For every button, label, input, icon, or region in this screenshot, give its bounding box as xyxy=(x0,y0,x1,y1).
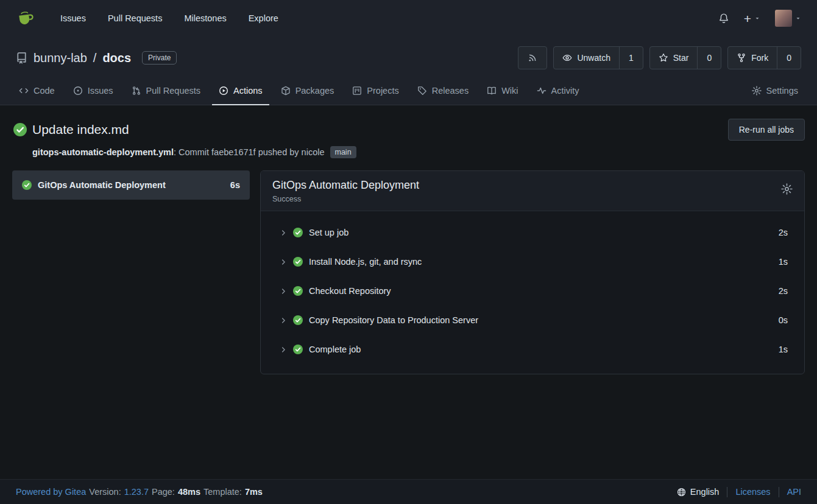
job-item[interactable]: GitOps Automatic Deployment 6s xyxy=(12,170,250,200)
rss-icon xyxy=(528,53,537,63)
caret-down-icon xyxy=(754,15,760,21)
job-name: GitOps Automatic Deployment xyxy=(38,180,166,190)
step-row[interactable]: Complete job 1s xyxy=(261,335,804,364)
step-list: Set up job 2s Install Node.js, git, and … xyxy=(261,211,804,374)
repo-owner-link[interactable]: bunny-lab xyxy=(34,51,87,65)
tab-wiki[interactable]: Wiki xyxy=(480,78,525,105)
chevron-right-icon xyxy=(280,346,288,354)
gitea-logo-icon xyxy=(16,9,35,28)
watchers-count[interactable]: 1 xyxy=(619,47,643,69)
tab-label: Actions xyxy=(233,86,263,96)
version-label: Version: xyxy=(89,487,121,497)
footer-left: Powered by Gitea Version: 1.23.7 Page: 4… xyxy=(16,487,263,497)
fork-icon xyxy=(737,53,746,63)
activity-icon xyxy=(537,86,546,96)
tab-label: Wiki xyxy=(501,86,518,96)
book-icon xyxy=(487,86,497,96)
avatar xyxy=(775,10,792,27)
gitea-logo[interactable] xyxy=(16,9,35,28)
job-duration: 6s xyxy=(230,180,240,190)
star-label: Star xyxy=(673,53,689,63)
job-panel-heading: GitOps Automatic Deployment Success xyxy=(272,179,419,203)
star-button-group: Star 0 xyxy=(649,46,721,69)
template-label: Template: xyxy=(203,487,242,497)
language-button[interactable]: English xyxy=(677,487,720,497)
step-duration: 2s xyxy=(779,286,788,296)
step-row[interactable]: Install Node.js, git, and rsync 1s xyxy=(261,247,804,276)
nav-explore[interactable]: Explore xyxy=(238,13,289,23)
run-subtitle: gitops-automatic-deployment.yml: Commit … xyxy=(32,146,805,158)
template-time: 7ms xyxy=(245,487,263,497)
success-check-icon xyxy=(293,257,303,267)
branch-badge[interactable]: main xyxy=(330,146,356,158)
rss-button[interactable] xyxy=(518,46,547,69)
tab-pull-requests[interactable]: Pull Requests xyxy=(125,78,207,105)
tab-actions[interactable]: Actions xyxy=(212,78,269,105)
tab-label: Pull Requests xyxy=(146,86,200,96)
tab-projects[interactable]: Projects xyxy=(345,78,405,105)
chevron-right-icon xyxy=(280,287,288,295)
nav-milestones[interactable]: Milestones xyxy=(173,13,237,23)
repo-name-link[interactable]: docs xyxy=(102,51,131,65)
user-menu[interactable] xyxy=(775,10,801,27)
success-check-icon xyxy=(293,315,303,325)
tab-settings[interactable]: Settings xyxy=(745,78,805,105)
run-success-icon xyxy=(13,123,27,136)
forks-count[interactable]: 0 xyxy=(777,47,801,69)
tab-label: Projects xyxy=(367,86,398,96)
tab-code[interactable]: Code xyxy=(12,78,62,105)
api-link[interactable]: API xyxy=(787,487,801,497)
tag-icon xyxy=(417,86,427,96)
job-list: GitOps Automatic Deployment 6s xyxy=(12,170,250,200)
gear-icon xyxy=(781,183,793,195)
step-row[interactable]: Set up job 2s xyxy=(261,218,804,247)
package-icon xyxy=(281,86,291,96)
footer-divider xyxy=(727,487,727,497)
tab-releases[interactable]: Releases xyxy=(411,78,475,105)
workflow-file: gitops-automatic-deployment.yml xyxy=(32,147,174,157)
private-badge: Private xyxy=(142,51,177,65)
plus-icon: + xyxy=(744,12,751,25)
step-name: Checkout Repository xyxy=(309,286,391,296)
page-time: 48ms xyxy=(178,487,200,497)
tab-label: Activity xyxy=(551,86,579,96)
panel-status: Success xyxy=(272,195,419,203)
page-label: Page: xyxy=(152,487,175,497)
stars-count[interactable]: 0 xyxy=(697,47,721,69)
nav-right: + xyxy=(718,10,801,27)
repo-actions: Unwatch 1 Star 0 Fork 0 xyxy=(518,46,801,69)
fork-button-group: Fork 0 xyxy=(727,46,801,69)
chevron-right-icon xyxy=(280,317,288,324)
step-row[interactable]: Copy Repository Data to Production Serve… xyxy=(261,306,804,335)
fork-button[interactable]: Fork xyxy=(728,47,777,69)
version-link[interactable]: 1.23.7 xyxy=(124,487,149,497)
tab-packages[interactable]: Packages xyxy=(274,78,341,105)
create-new-button[interactable]: + xyxy=(744,12,760,25)
pull-request-icon xyxy=(132,86,141,96)
job-options-button[interactable] xyxy=(781,183,793,195)
run-title: Update index.md xyxy=(32,122,129,137)
step-duration: 1s xyxy=(779,345,788,354)
unwatch-button[interactable]: Unwatch xyxy=(554,47,618,69)
tab-label: Releases xyxy=(432,86,469,96)
commit-text: : Commit faebe1671f pushed by nicole xyxy=(174,147,324,157)
job-panel: GitOps Automatic Deployment Success Set … xyxy=(260,170,805,374)
success-check-icon xyxy=(293,345,303,354)
step-row[interactable]: Checkout Repository 2s xyxy=(261,276,804,306)
fork-label: Fork xyxy=(751,53,768,63)
actions-play-icon xyxy=(219,86,228,96)
notifications-button[interactable] xyxy=(718,13,729,24)
bell-icon xyxy=(718,13,729,24)
tab-issues[interactable]: Issues xyxy=(66,78,120,105)
tab-activity[interactable]: Activity xyxy=(530,78,586,105)
issue-icon xyxy=(73,86,83,96)
actions-run-page: Update index.md Re-run all jobs gitops-a… xyxy=(0,105,817,479)
rerun-all-jobs-button[interactable]: Re-run all jobs xyxy=(728,119,805,141)
nav-issues[interactable]: Issues xyxy=(49,13,97,23)
code-icon xyxy=(19,86,29,96)
star-button[interactable]: Star xyxy=(650,47,698,69)
nav-pull-requests[interactable]: Pull Requests xyxy=(97,13,173,23)
licenses-link[interactable]: Licenses xyxy=(735,487,770,497)
powered-by-link[interactable]: Powered by Gitea xyxy=(16,487,86,497)
eye-icon xyxy=(562,53,572,63)
